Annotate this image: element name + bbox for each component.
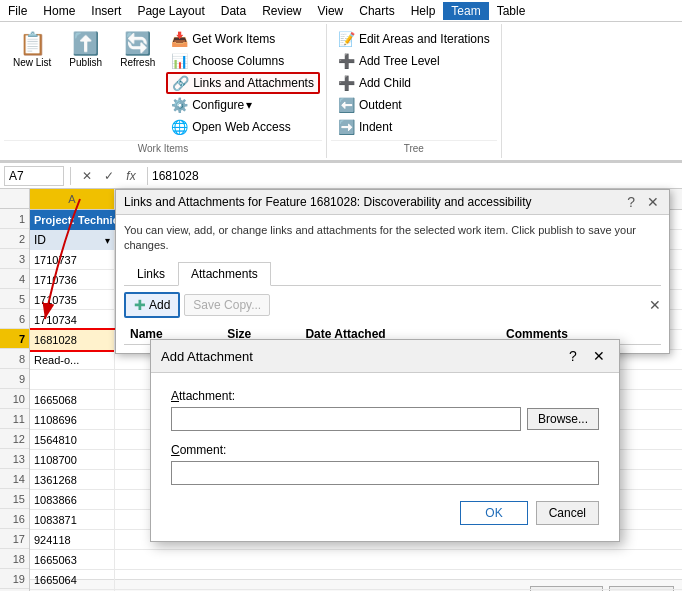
get-work-items-label: Get Work Items	[192, 32, 275, 46]
indent-button[interactable]: ➡️ Indent	[333, 116, 495, 138]
row-header-13: 13	[0, 449, 29, 469]
row-header-5: 5	[0, 289, 29, 309]
row-header-16: 16	[0, 509, 29, 529]
open-web-access-button[interactable]: 🌐 Open Web Access	[166, 116, 320, 138]
col-header-a[interactable]: A	[30, 189, 115, 209]
dialog-body: Attachment: Browse... Comment: OK Cancel	[151, 373, 619, 541]
dialog-title-bar: Add Attachment ? ✕	[151, 340, 619, 373]
cancel-formula-icon[interactable]: ✕	[77, 169, 97, 183]
panel-tabs: Links Attachments	[124, 262, 661, 286]
cell-a5[interactable]: 1710735	[30, 290, 115, 310]
new-list-button[interactable]: 📋 New List	[6, 28, 58, 73]
row-header-18: 18	[0, 549, 29, 569]
web-icon: 🌐	[171, 119, 188, 135]
menu-file[interactable]: File	[0, 2, 35, 20]
add-tree-icon: ➕	[338, 53, 355, 69]
links-panel-controls: ? ✕	[625, 194, 661, 210]
links-and-attachments-button[interactable]: 🔗 Links and Attachments	[166, 72, 320, 94]
cell-a12[interactable]: 1564810	[30, 430, 115, 450]
menubar: File Home Insert Page Layout Data Review…	[0, 0, 682, 22]
links-and-attachments-label: Links and Attachments	[193, 76, 314, 90]
cell-a19[interactable]: 1665064	[30, 570, 115, 590]
dialog-close-button[interactable]: ✕	[589, 346, 609, 366]
open-web-access-label: Open Web Access	[192, 120, 291, 134]
panel-toolbar-close[interactable]: ✕	[649, 297, 661, 313]
dialog-title: Add Attachment	[161, 349, 253, 364]
cell-a8[interactable]: Read-o...	[30, 350, 115, 370]
dialog-title-controls: ? ✕	[563, 346, 609, 366]
menu-help[interactable]: Help	[403, 2, 444, 20]
add-attachment-button[interactable]: ✚ Add	[124, 292, 180, 318]
dropdown-arrow-icon[interactable]: ▾	[105, 235, 110, 246]
links-panel-close-button[interactable]: ✕	[645, 194, 661, 210]
cell-a17[interactable]: 924118	[30, 530, 115, 550]
formula-separator	[70, 167, 71, 185]
table-row: 1665063	[30, 550, 682, 570]
comment-input[interactable]	[171, 461, 599, 485]
row-header-10: 10	[0, 389, 29, 409]
row-header-2: 2	[0, 229, 29, 249]
menu-data[interactable]: Data	[213, 2, 254, 20]
browse-button[interactable]: Browse...	[527, 408, 599, 430]
configure-icon: ⚙️	[171, 97, 188, 113]
cell-a3[interactable]: 1710737	[30, 250, 115, 270]
attachment-underline: A	[171, 389, 179, 403]
attachment-input-row: Browse...	[171, 407, 599, 431]
choose-columns-icon: 📊	[171, 53, 188, 69]
cell-a6[interactable]: 1710734	[30, 310, 115, 330]
edit-areas-icon: 📝	[338, 31, 355, 47]
menu-view[interactable]: View	[309, 2, 351, 20]
row-header-1: 1	[0, 209, 29, 229]
refresh-icon: 🔄	[124, 33, 151, 55]
cell-a14[interactable]: 1361268	[30, 470, 115, 490]
attachment-input[interactable]	[171, 407, 521, 431]
formula-bar: ✕ ✓ fx	[0, 163, 682, 189]
cell-a11[interactable]: 1108696	[30, 410, 115, 430]
add-tree-level-button[interactable]: ➕ Add Tree Level	[333, 50, 495, 72]
cell-a4[interactable]: 1710736	[30, 270, 115, 290]
outdent-button[interactable]: ⬅️ Outdent	[333, 94, 495, 116]
cell-a10[interactable]: 1665068	[30, 390, 115, 410]
menu-charts[interactable]: Charts	[351, 2, 402, 20]
save-copy-button[interactable]: Save Copy...	[184, 294, 270, 316]
get-work-items-button[interactable]: 📥 Get Work Items	[166, 28, 320, 50]
cell-a15[interactable]: 1083866	[30, 490, 115, 510]
ok-button[interactable]: OK	[460, 501, 527, 525]
cell-a9[interactable]	[30, 370, 115, 390]
menu-review[interactable]: Review	[254, 2, 309, 20]
cell-a7[interactable]: 1681028	[30, 330, 115, 350]
tab-attachments[interactable]: Attachments	[178, 262, 271, 286]
menu-table[interactable]: Table	[489, 2, 534, 20]
row-header-3: 3	[0, 249, 29, 269]
cell-a13[interactable]: 1108700	[30, 450, 115, 470]
menu-team[interactable]: Team	[443, 2, 488, 20]
cell-a16[interactable]: 1083871	[30, 510, 115, 530]
indent-label: Indent	[359, 120, 392, 134]
cell-reference-input[interactable]	[4, 166, 64, 186]
menu-page-layout[interactable]: Page Layout	[129, 2, 212, 20]
edit-areas-button[interactable]: 📝 Edit Areas and Iterations	[333, 28, 495, 50]
ribbon: 📋 New List ⬆️ Publish 🔄 Refresh	[0, 22, 682, 163]
refresh-button[interactable]: 🔄 Refresh	[113, 28, 162, 73]
edit-areas-label: Edit Areas and Iterations	[359, 32, 490, 46]
formula-input[interactable]	[150, 167, 678, 185]
cancel-button[interactable]: Cancel	[536, 501, 599, 525]
insert-function-icon[interactable]: fx	[121, 169, 141, 183]
tab-links[interactable]: Links	[124, 262, 178, 285]
choose-columns-button[interactable]: 📊 Choose Columns	[166, 50, 320, 72]
links-panel-help-button[interactable]: ?	[625, 194, 637, 210]
outdent-icon: ⬅️	[338, 97, 355, 113]
confirm-formula-icon[interactable]: ✓	[99, 169, 119, 183]
dialog-help-button[interactable]: ?	[563, 346, 583, 366]
choose-columns-label: Choose Columns	[192, 54, 284, 68]
cell-a2[interactable]: ID ▾	[30, 230, 115, 250]
row-header-15: 15	[0, 489, 29, 509]
menu-insert[interactable]: Insert	[83, 2, 129, 20]
cell-a18[interactable]: 1665063	[30, 550, 115, 570]
workitems-group-label: Work Items	[4, 140, 322, 156]
publish-icon: ⬆️	[72, 33, 99, 55]
menu-home[interactable]: Home	[35, 2, 83, 20]
publish-button[interactable]: ⬆️ Publish	[62, 28, 109, 73]
configure-button[interactable]: ⚙️ Configure ▾	[166, 94, 320, 116]
add-child-button[interactable]: ➕ Add Child	[333, 72, 495, 94]
